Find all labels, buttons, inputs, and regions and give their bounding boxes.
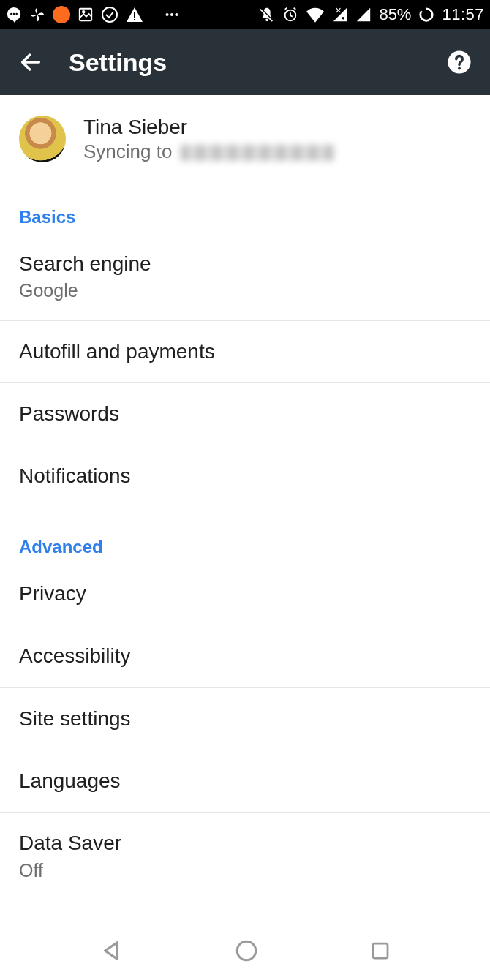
setting-title: Data Saver [19, 830, 471, 856]
svg-point-9 [166, 13, 169, 16]
setting-title: Passwords [19, 401, 471, 427]
account-sync-status: Syncing to [83, 140, 334, 165]
status-left-icons [6, 5, 180, 24]
signal-icon [355, 5, 372, 24]
nav-home-button[interactable] [234, 938, 259, 963]
svg-point-21 [237, 941, 256, 960]
battery-ring-icon [418, 5, 434, 24]
nav-back-button[interactable] [99, 938, 124, 963]
orange-dot-icon [53, 5, 70, 24]
setting-title: Site settings [19, 706, 471, 732]
setting-subtitle: Off [19, 859, 471, 883]
svg-point-20 [458, 67, 461, 70]
signal-roaming-icon: R✕ [332, 5, 348, 24]
svg-rect-22 [373, 943, 388, 958]
bell-off-icon [259, 5, 275, 24]
status-bar: R✕ 85% 11:57 [0, 0, 490, 29]
svg-point-2 [13, 13, 15, 15]
warning-icon [126, 5, 143, 24]
help-button[interactable] [442, 45, 477, 80]
nav-recents-button[interactable] [369, 940, 391, 962]
setting-title: Accessibility [19, 643, 471, 669]
section-header-advanced: Advanced [0, 508, 490, 563]
picture-icon [78, 5, 94, 24]
svg-text:R: R [342, 16, 345, 21]
setting-title: Notifications [19, 463, 471, 489]
setting-languages[interactable]: Languages [0, 750, 490, 813]
setting-title: Search engine [19, 251, 471, 277]
settings-content: Tina Sieber Syncing to Basics Search eng… [0, 95, 490, 921]
wifi-icon [306, 5, 325, 24]
svg-point-12 [266, 19, 269, 22]
setting-title: Privacy [19, 581, 471, 607]
sync-prefix: Syncing to [83, 140, 172, 162]
svg-rect-8 [134, 19, 135, 20]
setting-autofill-payments[interactable]: Autofill and payments [0, 321, 490, 383]
svg-point-6 [102, 7, 117, 22]
avatar [19, 116, 66, 162]
setting-search-engine[interactable]: Search engine Google [0, 233, 490, 321]
account-row[interactable]: Tina Sieber Syncing to [0, 95, 490, 178]
svg-point-18 [421, 9, 433, 21]
svg-text:✕: ✕ [335, 7, 342, 15]
setting-title: Autofill and payments [19, 339, 471, 365]
clock-time: 11:57 [442, 5, 484, 24]
setting-title: Languages [19, 768, 471, 794]
setting-site-settings[interactable]: Site settings [0, 688, 490, 750]
svg-point-1 [10, 13, 12, 15]
chat-icon [6, 5, 22, 24]
account-name: Tina Sieber [83, 114, 334, 140]
svg-point-5 [83, 11, 85, 13]
setting-passwords[interactable]: Passwords [0, 383, 490, 445]
more-dots-icon [164, 5, 180, 24]
blurred-email [181, 145, 334, 161]
setting-notifications[interactable]: Notifications [0, 445, 490, 507]
battery-percent: 85% [379, 5, 411, 24]
section-header-basics: Basics [0, 178, 490, 233]
back-button[interactable] [13, 45, 48, 80]
check-circle-icon [101, 5, 118, 24]
setting-privacy[interactable]: Privacy [0, 563, 490, 625]
status-right-icons: R✕ 85% 11:57 [259, 5, 484, 24]
svg-rect-7 [134, 12, 135, 18]
page-title: Settings [69, 48, 421, 77]
setting-accessibility[interactable]: Accessibility [0, 625, 490, 687]
alarm-icon [282, 5, 298, 24]
system-nav-bar [0, 921, 490, 980]
svg-point-3 [15, 13, 18, 15]
app-bar: Settings [0, 29, 490, 95]
setting-subtitle: Google [19, 279, 471, 303]
pinwheel-icon [29, 5, 45, 24]
svg-point-11 [175, 13, 178, 16]
svg-point-10 [170, 13, 173, 16]
setting-data-saver[interactable]: Data Saver Off [0, 813, 490, 900]
